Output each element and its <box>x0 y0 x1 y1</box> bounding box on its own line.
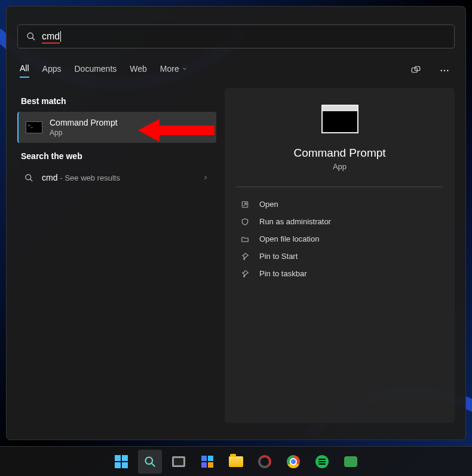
svg-line-13 <box>152 463 155 466</box>
chevron-right-icon <box>202 174 209 181</box>
svg-point-4 <box>441 70 442 71</box>
more-options-button[interactable] <box>437 63 452 78</box>
geforce-icon <box>258 455 271 468</box>
file-explorer-button[interactable] <box>224 450 248 474</box>
detail-title: Command Prompt <box>293 147 385 160</box>
action-pin-to-taskbar[interactable]: Pin to taskbar <box>237 265 443 282</box>
svg-marker-7 <box>138 119 214 142</box>
taskbar <box>0 446 472 476</box>
action-run-as-admin[interactable]: Run as administrator <box>237 213 443 230</box>
search-icon <box>24 173 33 182</box>
tab-all[interactable]: All <box>20 63 29 78</box>
web-result-term: cmd <box>42 173 57 182</box>
spotify-icon <box>315 455 329 468</box>
tab-more[interactable]: More <box>160 64 188 77</box>
widgets-button[interactable] <box>195 450 219 474</box>
result-title: Command Prompt <box>50 118 118 127</box>
taskbar-search-button[interactable] <box>138 450 162 474</box>
folder-icon <box>229 456 243 467</box>
windows-logo-icon <box>115 455 128 468</box>
start-button[interactable] <box>109 450 133 474</box>
command-prompt-icon <box>26 121 42 133</box>
web-result[interactable]: cmd - See web results <box>17 167 216 188</box>
search-input-text[interactable]: cmd <box>42 31 60 42</box>
section-search-web: Search the web <box>21 151 216 161</box>
widgets-icon <box>201 456 213 468</box>
detail-subtitle: App <box>333 162 347 171</box>
task-view-icon <box>172 456 185 467</box>
result-subtitle: App <box>50 129 118 137</box>
taskbar-app-chat[interactable] <box>339 450 363 474</box>
svg-point-8 <box>26 174 31 179</box>
pin-icon <box>240 252 250 261</box>
svg-point-12 <box>146 457 153 464</box>
filter-tabs: All Apps Documents Web More <box>17 59 455 84</box>
text-cursor <box>60 31 61 42</box>
tab-apps[interactable]: Apps <box>42 64 62 77</box>
best-match-result[interactable]: Command Prompt App <box>17 112 216 143</box>
svg-line-11 <box>244 203 247 206</box>
search-box[interactable]: cmd <box>17 25 455 48</box>
shield-icon <box>240 218 250 226</box>
search-panel: cmd All Apps Documents Web More Best mat… <box>6 6 466 440</box>
svg-point-0 <box>27 33 33 38</box>
open-icon <box>240 200 250 209</box>
search-icon <box>144 456 156 468</box>
chat-icon <box>344 456 357 467</box>
taskbar-app-spotify[interactable] <box>310 450 334 474</box>
svg-point-6 <box>447 70 448 71</box>
tab-documents[interactable]: Documents <box>74 64 117 77</box>
action-open[interactable]: Open <box>237 196 443 213</box>
svg-line-9 <box>30 179 32 181</box>
tab-web[interactable]: Web <box>130 64 147 77</box>
search-icon <box>26 32 36 41</box>
chrome-icon <box>287 455 300 468</box>
web-result-suffix: - See web results <box>60 173 119 182</box>
taskbar-app-chrome[interactable] <box>281 450 305 474</box>
svg-rect-2 <box>412 68 417 73</box>
svg-line-1 <box>32 38 35 40</box>
pin-icon <box>240 270 250 278</box>
chevron-down-icon <box>182 66 188 72</box>
taskbar-app-geforce[interactable] <box>253 450 277 474</box>
divider <box>237 187 443 187</box>
folder-icon <box>240 235 250 243</box>
action-pin-to-start[interactable]: Pin to Start <box>237 248 443 265</box>
section-best-match: Best match <box>21 96 216 106</box>
task-view-button[interactable] <box>167 450 191 474</box>
command-prompt-icon-large <box>321 105 358 133</box>
action-open-file-location[interactable]: Open file location <box>237 230 443 248</box>
svg-point-5 <box>444 70 445 71</box>
annotation-arrow <box>138 115 216 145</box>
feedback-button[interactable] <box>408 63 424 78</box>
detail-pane: Command Prompt App Open Run as administr… <box>225 88 455 423</box>
